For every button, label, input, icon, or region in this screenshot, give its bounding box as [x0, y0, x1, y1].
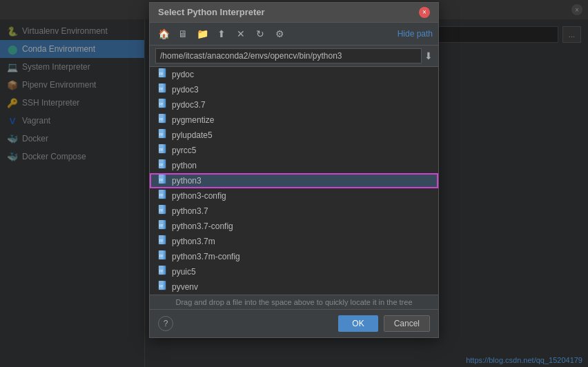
file-name-pydoc3: pydoc3 — [172, 85, 199, 95]
toolbar-desktop-button[interactable]: 🖥 — [175, 26, 191, 42]
file-name-python3.7-config: python3.7-config — [172, 221, 233, 231]
help-button[interactable]: ? — [158, 316, 173, 331]
main-window: Add Python Interpreter × 🐍Virtualenv Env… — [0, 0, 588, 367]
svg-text:py: py — [159, 192, 164, 197]
svg-text:py: py — [159, 147, 164, 151]
file-name-pydoc3.7: pydoc3.7 — [172, 100, 206, 110]
file-name-python3.7m: python3.7m — [172, 237, 215, 246]
file-item-pydoc3[interactable]: py pydoc3 — [150, 82, 438, 97]
file-item-python3.7m[interactable]: py python3.7m — [150, 234, 438, 249]
file-name-python3.7m-config: python3.7m-config — [172, 252, 240, 261]
svg-text:py: py — [159, 238, 164, 242]
file-icon-pydoc3: py — [158, 83, 168, 95]
svg-text:py: py — [159, 132, 164, 136]
toolbar-new-folder-button[interactable]: 📁 — [194, 26, 210, 42]
file-icon-pyrcc5: py — [158, 144, 168, 156]
file-icon-pydoc3.7: py — [158, 99, 168, 110]
file-name-pygmentize: pygmentize — [172, 115, 214, 125]
toolbar-up-button[interactable]: ⬆ — [213, 26, 230, 42]
modal-footer: ? OK Cancel — [150, 309, 438, 337]
file-name-pydoc: pydoc — [172, 70, 194, 79]
drag-hint: Drag and drop a file into the space abov… — [150, 295, 438, 309]
file-item-pygmentize[interactable]: py pygmentize — [150, 112, 438, 128]
ok-button[interactable]: OK — [338, 315, 378, 332]
file-icon-python3.7: py — [158, 205, 168, 217]
svg-text:py: py — [159, 86, 164, 90]
file-icon-python: py — [158, 159, 168, 171]
file-item-pyuic5[interactable]: py pyuic5 — [150, 264, 438, 279]
file-name-python3-config: python3-config — [172, 191, 226, 201]
footer-buttons: OK Cancel — [338, 315, 430, 332]
cancel-button[interactable]: Cancel — [384, 315, 430, 332]
svg-text:py: py — [159, 223, 164, 227]
modal-toolbar: 🏠 🖥 📁 ⬆ ✕ ↻ ⚙ Hide path — [150, 23, 438, 46]
svg-text:py: py — [159, 284, 164, 288]
file-item-python3[interactable]: py python3 — [150, 173, 438, 188]
svg-text:py: py — [159, 162, 164, 166]
file-icon-pylupdate5: py — [158, 129, 168, 141]
file-name-python: python — [172, 161, 197, 170]
modal-overlay: Select Python Interpreter × 🏠 🖥 📁 ⬆ ✕ ↻ … — [0, 0, 588, 367]
file-item-python3.7[interactable]: py python3.7 — [150, 204, 438, 219]
file-item-pyvenv[interactable]: py pyvenv — [150, 279, 438, 295]
svg-text:py: py — [159, 253, 164, 257]
file-name-pyrcc5: pyrcc5 — [172, 146, 196, 155]
file-item-pydoc[interactable]: py pydoc — [150, 67, 438, 82]
svg-text:py: py — [159, 71, 164, 75]
toolbar-delete-button[interactable]: ✕ — [233, 26, 249, 42]
file-icon-python3.7m-config: py — [158, 250, 168, 262]
file-item-pyrcc5[interactable]: py pyrcc5 — [150, 143, 438, 158]
file-icon-pydoc: py — [158, 68, 168, 80]
file-icon-python3.7-config: py — [158, 220, 168, 232]
file-icon-pygmentize: py — [158, 114, 168, 126]
modal-path-input[interactable] — [155, 48, 422, 63]
svg-text:py: py — [159, 117, 164, 121]
file-name-pyvenv: pyvenv — [172, 282, 198, 292]
hide-path-link[interactable]: Hide path — [398, 29, 433, 39]
file-item-pydoc3.7[interactable]: py pydoc3.7 — [150, 97, 438, 112]
file-name-pyuic5: pyuic5 — [172, 267, 196, 277]
file-item-python3.7-config[interactable]: py python3.7-config — [150, 219, 438, 234]
file-name-pylupdate5: pylupdate5 — [172, 130, 213, 140]
toolbar-config-button[interactable]: ⚙ — [271, 26, 288, 42]
modal-title-bar: Select Python Interpreter × — [150, 3, 438, 23]
toolbar-home-button[interactable]: 🏠 — [155, 26, 172, 42]
select-interpreter-modal: Select Python Interpreter × 🏠 🖥 📁 ⬆ ✕ ↻ … — [149, 2, 439, 338]
file-item-python3.7m-config[interactable]: py python3.7m-config — [150, 249, 438, 264]
file-item-pylupdate5[interactable]: py pylupdate5 — [150, 128, 438, 143]
file-name-python3: python3 — [172, 176, 202, 186]
svg-text:py: py — [159, 208, 164, 212]
svg-text:py: py — [159, 101, 164, 106]
svg-text:py: py — [159, 177, 164, 181]
modal-close-button[interactable]: × — [419, 7, 430, 18]
file-name-python3.7: python3.7 — [172, 206, 208, 216]
file-item-python[interactable]: py python — [150, 158, 438, 173]
file-icon-pyuic5: py — [158, 266, 168, 277]
download-icon[interactable]: ⬇ — [424, 50, 433, 61]
modal-file-list[interactable]: py pydoc py pydoc3 py pydoc3.7 py pygmen… — [150, 67, 438, 295]
modal-title: Select Python Interpreter — [158, 7, 265, 17]
file-icon-python3.7m: py — [158, 235, 168, 247]
file-item-python3-config[interactable]: py python3-config — [150, 188, 438, 204]
file-icon-python3-config: py — [158, 190, 168, 201]
modal-path-bar: ⬇ — [150, 46, 438, 67]
file-icon-pyvenv: py — [158, 281, 168, 292]
watermark: https://blog.csdn.net/qq_15204179 — [466, 356, 582, 364]
toolbar-refresh-button[interactable]: ↻ — [252, 26, 268, 42]
svg-text:py: py — [159, 268, 164, 272]
file-icon-python3: py — [158, 175, 168, 186]
